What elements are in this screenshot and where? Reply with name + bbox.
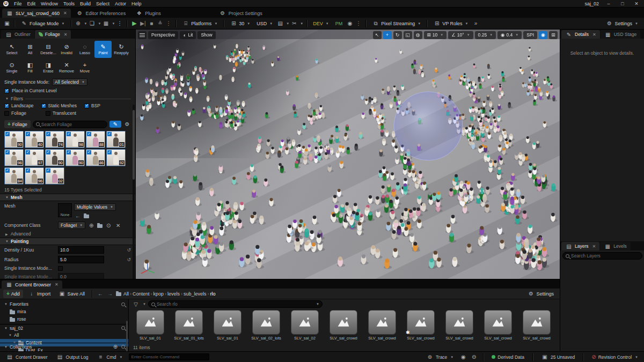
checkbox-icon[interactable]: ✓ — [46, 132, 50, 136]
foliage-type-thumb[interactable]: ✓97 — [25, 149, 44, 166]
settings-dropdown[interactable]: ⚙ Settings ▼ — [603, 19, 641, 28]
pm-button[interactable]: PM — [333, 19, 346, 28]
tool-remove[interactable]: ✕Remove — [58, 59, 75, 76]
blueprints-icon[interactable]: ❏ — [88, 20, 96, 27]
tab-editor-preferences[interactable]: ⚙ Editor Preferences — [72, 9, 130, 18]
menu-select[interactable]: Select — [96, 1, 109, 6]
favorites-header[interactable]: ▼ Favorites — [0, 300, 128, 308]
tool-deselect[interactable]: ⊟Desele... — [40, 41, 57, 58]
clear-icon[interactable]: ✕ — [114, 222, 122, 229]
show-dropdown[interactable]: Show — [197, 31, 215, 39]
left-panel-scrollbar[interactable] — [133, 105, 135, 279]
tab-usd-stage[interactable]: ▦ USD Stage — [601, 30, 641, 39]
skip-button[interactable]: ▶| — [139, 20, 147, 27]
tool-invalid[interactable]: ⊘Invalid — [58, 41, 75, 58]
output-log-button[interactable]: ▤ Output Log — [54, 353, 91, 361]
radius-input[interactable] — [58, 256, 104, 263]
camera-view-icon[interactable]: ◉ — [539, 31, 547, 39]
asset-tile[interactable]: SLV_sal_crowd — [365, 310, 399, 341]
derived-data-button[interactable]: Derived Data — [489, 353, 527, 361]
trace-button[interactable]: ⊚ Trace ▼ — [423, 353, 456, 361]
asset-tab-slv-saj-crowd[interactable]: ▦ SLV_saj_crowd_460 ✕ — [2, 9, 71, 18]
minimize-button[interactable]: – — [604, 1, 613, 6]
checkbox-icon[interactable]: ✓ — [67, 132, 71, 136]
layers-search-input[interactable] — [571, 253, 639, 258]
paint-brush-button[interactable]: ✎ — [109, 121, 121, 128]
foliage-type-thumb[interactable]: ✓88 — [86, 131, 105, 148]
asset-tile[interactable]: SLV_sal_crowd — [481, 310, 515, 341]
close-tab-icon[interactable]: ✕ — [592, 32, 596, 37]
select-tool-icon[interactable]: ↖ — [373, 31, 382, 39]
use-selected-icon[interactable]: ← — [74, 212, 82, 219]
single-instance-mode-dropdown[interactable]: All Selected ▼ — [52, 78, 87, 86]
maximize-button[interactable]: □ — [618, 1, 627, 6]
tab-layers[interactable]: ▤ Layers ✕ — [561, 242, 599, 250]
revision-control-button[interactable]: ⊘ Revision Control ▼ — [589, 353, 641, 361]
foliage-type-thumb[interactable]: ✓40 — [25, 131, 44, 148]
viewport-canvas[interactable] — [136, 29, 560, 279]
close-tab-icon[interactable]: ✕ — [55, 282, 58, 287]
menu-actor[interactable]: Actor — [115, 1, 126, 6]
dev-dropdown[interactable]: DEV ▼ — [310, 19, 331, 28]
filter-static-meshes-checkbox[interactable] — [41, 104, 46, 108]
perspective-dropdown[interactable]: Perspective — [148, 31, 178, 39]
unsaved-button[interactable]: ▣ 25 Unsaved — [538, 353, 577, 361]
close-tab-icon[interactable]: ✕ — [63, 11, 67, 16]
tool-move[interactable]: +Move — [76, 59, 93, 76]
foliage-type-thumb[interactable]: ✓74 — [45, 131, 64, 148]
pick-icon[interactable]: ⊙ — [105, 222, 112, 229]
asset-tile[interactable]: SLV_sal_crowd — [519, 310, 554, 341]
checkbox-icon[interactable]: ✓ — [26, 132, 30, 136]
close-tab-icon[interactable]: ✕ — [64, 32, 68, 37]
tool-single[interactable]: ⊙Single — [3, 59, 20, 76]
foliage-type-thumb[interactable]: ✓90 — [4, 131, 24, 148]
more-dots-icon[interactable]: ⋮ — [355, 20, 362, 27]
filter-bsp-checkbox[interactable] — [84, 104, 89, 108]
foliage-type-thumb[interactable]: ✓84 — [4, 167, 24, 184]
stop-button[interactable]: ■ — [148, 20, 155, 27]
breadcrumb-item[interactable]: Content — [133, 291, 150, 297]
foliage-type-thumb[interactable]: ✓90 — [45, 149, 64, 166]
foliage-type-thumb[interactable]: ✓01 — [106, 131, 126, 148]
tab-plugins[interactable]: ❖ Plugins — [131, 9, 165, 18]
chevron-down-icon[interactable]: ▼ — [316, 302, 319, 306]
checkbox-icon[interactable]: ✓ — [26, 168, 30, 173]
filter-foliage-checkbox[interactable] — [4, 111, 9, 116]
move-tool-icon[interactable]: + — [383, 31, 392, 39]
snap-dropdown[interactable]: ⊞ 30 ▼ — [227, 19, 253, 28]
world-local-toggle-icon[interactable]: ◍ — [414, 31, 422, 39]
usd-dropdown[interactable]: USD ▼ — [254, 19, 275, 28]
foliage-search-input[interactable] — [41, 122, 104, 127]
asset-tile[interactable]: SLV_sal_02_lots — [249, 310, 283, 341]
asset-tile[interactable]: SLV_sal_crowd — [326, 310, 361, 341]
menu-edit[interactable]: Edit — [27, 1, 36, 6]
scale-snap-dropdown[interactable]: 0.25 ▼ — [475, 31, 496, 39]
tool-select[interactable]: ↖Select — [3, 41, 20, 58]
add-collection-icon[interactable]: ⊕ — [112, 343, 119, 350]
cinematics-icon[interactable]: ▦ — [102, 20, 109, 27]
fx-tool-icon[interactable]: ✂ — [290, 20, 298, 27]
checkbox-icon[interactable]: ✓ — [46, 168, 50, 173]
checkbox-icon[interactable]: ✓ — [87, 132, 91, 136]
checkbox-icon[interactable]: ✓ — [107, 150, 112, 154]
checkbox-icon[interactable]: ✓ — [46, 150, 50, 154]
foliage-type-thumb[interactable]: ✓96 — [4, 149, 24, 166]
checkbox-icon[interactable]: ✓ — [5, 168, 10, 173]
grid-snap-dropdown[interactable]: ⊞ 10 ▼ — [424, 31, 447, 39]
close-tab-icon[interactable]: ✕ — [592, 244, 596, 249]
menu-tools[interactable]: Tools — [63, 1, 75, 6]
pixel-streaming-dropdown[interactable]: ⧉ Pixel Streaming ▼ — [369, 19, 423, 28]
tree-item-all[interactable]: ▼ All — [0, 331, 128, 339]
gear-icon[interactable]: ⚙ — [123, 121, 131, 128]
foliage-type-thumb[interactable]: ✓96 — [25, 167, 44, 184]
layers-tool-icon[interactable]: ▤ — [276, 20, 284, 27]
play-button[interactable]: ▶ — [130, 20, 138, 27]
download-icon[interactable]: ⊖ — [470, 353, 478, 360]
menu-build[interactable]: Build — [80, 1, 91, 6]
tab-project-settings[interactable]: ⚙ Project Settings — [215, 9, 267, 18]
lit-dropdown[interactable]: ◐ Lit — [180, 31, 196, 39]
asset-tile[interactable]: SLV_sal_02 — [288, 310, 322, 341]
close-button[interactable]: ✕ — [632, 1, 641, 6]
foliage-type-thumb[interactable]: ✓92 — [106, 149, 126, 166]
favorite-folder-mira[interactable]: mira — [0, 308, 128, 315]
